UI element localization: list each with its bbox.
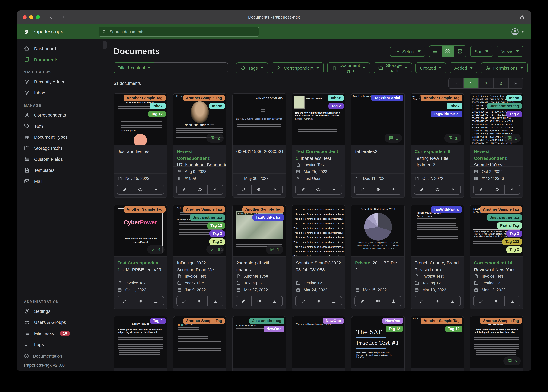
document-title[interactable]: tablerates2 xyxy=(355,149,377,154)
preview-button[interactable] xyxy=(370,296,386,306)
preview-button[interactable] xyxy=(252,185,267,194)
tag-chip[interactable]: Another Sample Tag xyxy=(123,95,166,101)
document-thumbnail[interactable]: Review of Arbitral AwardsBy Tim McCarthy… xyxy=(470,205,523,257)
tag-chip[interactable]: Just another tag xyxy=(249,318,284,324)
tag-chip[interactable]: Just another tag xyxy=(487,214,522,221)
filter-correspondent-button[interactable]: Correspondent xyxy=(272,63,324,73)
tag-chip[interactable]: Tag 222 xyxy=(502,238,522,245)
view-list-button[interactable] xyxy=(429,46,441,57)
document-title[interactable]: InDesign 2022 Scripting Read Me xyxy=(177,260,214,271)
tag-chip[interactable]: Another Sample Tag xyxy=(480,318,522,324)
tag-chip[interactable]: Inbox xyxy=(447,103,463,109)
view-detail-button[interactable] xyxy=(454,46,466,57)
preview-button[interactable] xyxy=(370,185,386,194)
download-button[interactable] xyxy=(445,185,461,194)
document-card[interactable]: ✻ BANK OF SCOTLAND2,0 % p. a. auf Ihr Ta… xyxy=(232,93,286,198)
sidebar-item-document-types[interactable]: Document Types xyxy=(17,132,103,142)
document-thumbnail[interactable]: Contact Sheet DemoJust another tagNewOne xyxy=(233,316,286,368)
tag-chip[interactable]: Just another tag xyxy=(190,214,225,221)
correspondent-link[interactable]: Test Correspondent 1 xyxy=(118,260,160,272)
preview-button[interactable] xyxy=(192,185,208,194)
tag-chip[interactable]: Tag 12 xyxy=(148,111,166,117)
preview-button[interactable] xyxy=(430,296,445,306)
download-button[interactable] xyxy=(267,296,282,306)
tag-chip[interactable]: Tag 2 xyxy=(507,230,522,237)
edit-button[interactable] xyxy=(177,296,192,306)
document-card[interactable]: French Country BreadFor the LeavenTagWit… xyxy=(411,205,464,309)
tag-chip[interactable]: Inbox xyxy=(209,103,225,109)
close-window-button[interactable] xyxy=(23,15,27,19)
download-button[interactable] xyxy=(386,296,401,306)
document-card[interactable]: The SATPractice Test #1Make time to take… xyxy=(351,316,405,371)
correspondent-link[interactable]: Private xyxy=(355,260,370,265)
filter-created-button[interactable]: Created xyxy=(416,63,446,73)
sidebar-item-logs[interactable]: Logs xyxy=(17,339,103,350)
tag-chip[interactable]: TagWithPartial xyxy=(431,111,463,117)
preview-button[interactable] xyxy=(252,296,267,306)
tag-chip[interactable]: Another Sample Tag xyxy=(421,95,463,101)
document-thumbnail[interactable]: French Country BreadFor the LeavenTagWit… xyxy=(411,205,464,257)
document-thumbnail[interactable]: Boundary Waters TripAnother Sample TagTa… xyxy=(233,205,286,257)
tag-chip[interactable]: Tag 2 xyxy=(209,230,225,237)
document-card[interactable]: Boundary Waters TripAnother Sample TagTa… xyxy=(232,205,286,309)
tag-chip[interactable]: Another Sample Tag xyxy=(421,318,463,324)
document-card[interactable]: Review of Arbitral AwardsBy Tim McCarthy… xyxy=(470,205,523,309)
preview-button[interactable] xyxy=(192,296,208,306)
sidebar-item-storage-paths[interactable]: Storage Paths xyxy=(17,142,103,154)
tag-chip[interactable]: Tag 12 xyxy=(386,326,403,332)
edit-button[interactable] xyxy=(296,185,311,194)
download-button[interactable] xyxy=(208,296,223,306)
search-input[interactable] xyxy=(109,29,256,34)
sidebar-item-dashboard[interactable]: Dashboard xyxy=(17,43,103,54)
document-card[interactable]: Contact Sheet DemoJust another tagNewOne xyxy=(232,316,286,371)
document-card[interactable]: Lorem ipsumLorem ipsum dolor sit amet, c… xyxy=(470,316,523,371)
sidebar-collapse-button[interactable] xyxy=(103,41,107,49)
document-title[interactable]: Newest Correspondent: Sample100.csv xyxy=(474,149,507,166)
sidebar-item-settings[interactable]: Settings xyxy=(17,306,103,317)
document-title[interactable]: Test Correspondent 1: [paperless] test p… xyxy=(296,149,338,160)
sort-button[interactable]: Sort xyxy=(470,46,493,57)
document-thumbnail[interactable]: ✻ BANK OF SCOTLAND2,0 % p. a. auf Ihr Ta… xyxy=(233,93,286,145)
document-title[interactable]: 2sample-pdf-with-images xyxy=(236,260,272,271)
sidebar-item-tags[interactable]: Tags xyxy=(17,120,103,132)
pagination-page-2[interactable]: 2 xyxy=(479,78,494,88)
sidebar-item-inbox[interactable]: Inbox xyxy=(17,87,103,98)
document-card[interactable]: one,1.0 five,5.0Another Sample TagInboxT… xyxy=(411,93,464,198)
document-card[interactable]: Medical TeacherHas the new Kirkpatrick g… xyxy=(292,93,345,198)
download-button[interactable] xyxy=(445,296,461,306)
correspondent-link[interactable]: Test Correspondent 1 xyxy=(296,149,338,160)
tag-chip[interactable]: Tag 12 xyxy=(445,326,463,332)
document-title[interactable]: French Country Bread Revised.docx xyxy=(415,260,459,271)
minimize-window-button[interactable] xyxy=(29,15,33,19)
document-thumbnail[interactable]: one,1.0 five,5.0Another Sample TagInboxT… xyxy=(411,93,464,145)
document-card[interactable]: Patient BP Distribution 2011Normal, 150,… xyxy=(351,205,405,309)
edit-button[interactable] xyxy=(414,296,430,306)
document-title[interactable]: Sonstige ScanPC2022 03-24_081058 xyxy=(296,260,341,272)
document-card[interactable]: AdoInDesign Scripting DocumentationAnoth… xyxy=(173,205,226,309)
document-card[interactable]: This is a test for the double space char… xyxy=(292,205,345,309)
sidebar-item-file-tasks[interactable]: File Tasks16 xyxy=(17,328,103,339)
tag-chip[interactable]: TagWithPartial xyxy=(371,95,403,101)
document-thumbnail[interactable]: Patient BP Distribution 2011Normal, 150,… xyxy=(352,205,404,257)
tag-chip[interactable]: Another Sample Tag xyxy=(480,206,522,213)
correspondent-link[interactable]: Correspondent 14 xyxy=(474,260,512,265)
tag-chip[interactable]: NewOne xyxy=(382,318,403,324)
document-card[interactable]: Francja pod rNAPOLEON BONAPARTEAnother S… xyxy=(173,93,226,198)
tag-chip[interactable]: Tag 3 xyxy=(209,238,225,245)
tag-chip[interactable]: Inbox xyxy=(328,95,344,101)
pagination-page-3[interactable]: 3 xyxy=(494,78,509,88)
document-card[interactable]: Country,Region/State,"TabTagWithPartial1… xyxy=(351,93,405,198)
document-card[interactable]: CyberPowerPowerPanel® Business EditionUs… xyxy=(114,205,167,309)
correspondent-link[interactable]: Newest Correspondent xyxy=(474,149,506,161)
tag-chip[interactable]: NewOne xyxy=(323,318,344,324)
edit-button[interactable] xyxy=(236,185,252,194)
document-card[interactable]: Adobe Acrobat PDF FilesCupcake ipsumAnot… xyxy=(114,93,167,198)
preview-button[interactable] xyxy=(311,296,326,306)
preview-button[interactable] xyxy=(133,296,148,306)
forward-icon[interactable] xyxy=(61,15,65,19)
document-thumbnail[interactable]: Lorem ipsumLorem ipsum dolor sit amet, c… xyxy=(114,316,167,368)
document-card[interactable]: Serial Number,Company Name,Employ 978818… xyxy=(470,93,523,198)
tag-chip[interactable]: Another Sample Tag xyxy=(123,206,166,213)
preview-button[interactable] xyxy=(133,185,148,194)
view-grid-button[interactable] xyxy=(441,46,454,57)
